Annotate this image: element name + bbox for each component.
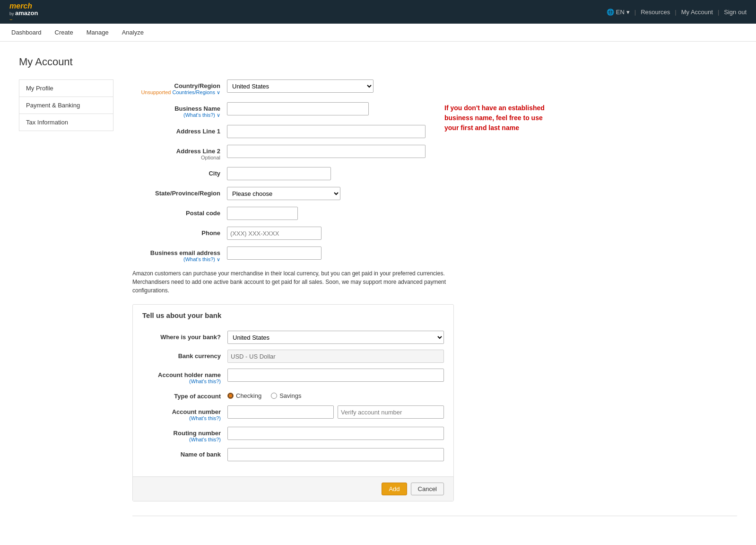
top-navigation: merch by amazon ⌣ 🌐 EN ▾ | Resources | M… (0, 0, 756, 24)
hint-text: If you don't have an established busines… (444, 103, 548, 133)
checking-label: Checking (236, 392, 261, 399)
state-select[interactable]: Please choose (227, 187, 340, 200)
account-number-whats-this[interactable]: (What's this?) (189, 415, 221, 421)
globe-icon: 🌐 (607, 9, 614, 16)
nav-analyze[interactable]: Analyze (120, 29, 146, 36)
logo-smile-icon: ⌣ (9, 17, 38, 22)
city-row: City (132, 167, 426, 180)
country-region-row: Country/Region Unsupported Countries/Reg… (132, 79, 426, 96)
postal-code-input[interactable] (227, 207, 298, 220)
bank-currency-label: Bank currency (142, 350, 227, 360)
account-type-row: Type of account Checking Savings (142, 390, 444, 400)
account-type-label: Type of account (142, 390, 227, 400)
my-account-link[interactable]: My Account (681, 9, 713, 16)
business-name-input[interactable] (227, 102, 369, 115)
routing-number-input[interactable] (227, 427, 444, 440)
bank-info-text: Amazon customers can purchase your merch… (132, 269, 454, 295)
bank-location-label: Where is your bank? (142, 331, 227, 341)
account-holder-whats-this[interactable]: (What's this?) (189, 378, 221, 384)
business-email-row: Business email address (What's this?) ∨ (132, 246, 426, 263)
country-region-label: Country/Region Unsupported Countries/Reg… (132, 79, 227, 96)
business-email-input[interactable] (227, 246, 322, 260)
city-label: City (132, 167, 227, 177)
sign-out-link[interactable]: Sign out (724, 9, 747, 16)
bank-currency-value: USD - US Dollar (227, 350, 444, 363)
address-line1-input-area (227, 125, 426, 138)
logo-by-text: by amazon (9, 10, 38, 17)
bank-footer: Add Cancel (133, 476, 453, 501)
account-layout: My Profile Payment & Banking Tax Informa… (19, 79, 737, 521)
business-name-row: Business Name (What's this?) ∨ (132, 102, 426, 118)
city-input-area (227, 167, 426, 180)
verify-account-number-input[interactable] (338, 405, 444, 419)
postal-code-row: Postal code (132, 207, 426, 220)
bank-form: Where is your bank? United States Bank c… (133, 326, 453, 476)
phone-row: Phone (132, 227, 426, 240)
checking-radio-label[interactable]: Checking (227, 392, 261, 399)
sidebar-item-my-profile[interactable]: My Profile (19, 79, 113, 97)
phone-input-area (227, 227, 426, 240)
bank-name-label: Name of bank (142, 448, 227, 458)
bank-name-input[interactable] (227, 448, 444, 461)
account-holder-row: Account holder name (What's this?) (142, 369, 444, 384)
bank-location-select[interactable]: United States (227, 331, 444, 344)
account-number-row: Account number (What's this?) (142, 405, 444, 421)
profile-form: Country/Region Unsupported Countries/Reg… (132, 79, 737, 521)
country-region-input-area: United States (227, 79, 426, 93)
account-type-radio-group: Checking Savings (227, 390, 444, 399)
city-input[interactable] (227, 167, 331, 180)
phone-label: Phone (132, 227, 227, 237)
address-line1-row: Address Line 1 (132, 125, 426, 138)
language-selector[interactable]: 🌐 EN ▾ (607, 9, 630, 16)
savings-label: Savings (279, 392, 301, 399)
routing-number-row: Routing number (What's this?) (142, 427, 444, 442)
bank-location-row: Where is your bank? United States (142, 331, 444, 344)
phone-input[interactable] (227, 227, 322, 240)
bank-name-input-area (227, 448, 444, 461)
page-footer (132, 516, 737, 521)
address-line2-input[interactable] (227, 145, 426, 158)
routing-number-input-area (227, 427, 444, 440)
checking-radio[interactable] (227, 393, 234, 399)
state-row: State/Province/Region Please choose (132, 187, 426, 200)
bank-section: Tell us about your bank Where is your ba… (132, 304, 454, 501)
routing-number-label: Routing number (What's this?) (142, 427, 227, 442)
account-number-label: Account number (What's this?) (142, 405, 227, 421)
cancel-button[interactable]: Cancel (411, 483, 444, 495)
account-holder-input[interactable] (227, 369, 444, 382)
main-content: My Account My Profile Payment & Banking … (0, 42, 756, 545)
routing-number-whats-this[interactable]: (What's this?) (189, 437, 221, 442)
account-holder-input-area (227, 369, 444, 382)
top-nav-right: 🌐 EN ▾ | Resources | My Account | Sign o… (607, 9, 747, 16)
nav-dashboard[interactable]: Dashboard (9, 29, 43, 36)
add-button[interactable]: Add (382, 483, 407, 495)
unsupported-text: Unsupported Countries/Regions ∨ (132, 89, 220, 96)
address-line2-input-area (227, 145, 426, 158)
business-email-whats-this[interactable]: (What's this?) (183, 256, 215, 262)
nav-create[interactable]: Create (53, 29, 75, 36)
nav-manage[interactable]: Manage (85, 29, 111, 36)
business-email-input-area (227, 246, 426, 260)
savings-radio-label[interactable]: Savings (271, 392, 301, 399)
separator2: | (675, 9, 676, 16)
address-line2-row: Address Line 2 Optional (132, 145, 426, 160)
countries-regions-link[interactable]: Countries/Regions ∨ (172, 89, 220, 95)
sidebar-item-payment-banking[interactable]: Payment & Banking (19, 97, 113, 114)
separator3: | (718, 9, 719, 16)
sub-navigation: Dashboard Create Manage Analyze (0, 24, 756, 42)
business-name-whats-this[interactable]: (What's this?) (183, 112, 215, 118)
page-title: My Account (19, 56, 737, 68)
state-label: State/Province/Region (132, 187, 227, 197)
address-line1-input[interactable] (227, 125, 426, 138)
sidebar-item-tax-information[interactable]: Tax Information (19, 114, 113, 131)
account-number-input[interactable] (227, 405, 334, 419)
logo[interactable]: merch by amazon ⌣ (9, 2, 38, 22)
profile-and-hint: Country/Region Unsupported Countries/Reg… (132, 79, 737, 269)
resources-link[interactable]: Resources (641, 9, 670, 16)
separator: | (634, 9, 636, 16)
business-name-label: Business Name (What's this?) ∨ (132, 102, 227, 118)
lang-code: EN (616, 9, 625, 16)
savings-radio[interactable] (271, 393, 277, 399)
country-region-select[interactable]: United States (227, 79, 374, 93)
postal-code-label: Postal code (132, 207, 227, 217)
